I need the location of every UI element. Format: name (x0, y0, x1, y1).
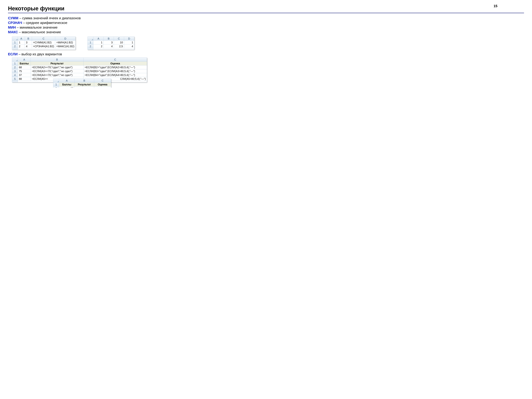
fn-min-desc: – минимальное значение (16, 25, 57, 29)
cell[interactable]: 3 (103, 41, 114, 44)
row-header: 2 (12, 44, 18, 48)
col-header: A (18, 58, 31, 62)
cell[interactable]: Результат (75, 82, 94, 86)
corner-cell (12, 37, 18, 41)
fn-max: МАКС (8, 30, 18, 34)
row-header: 2 (88, 44, 93, 48)
fn-avg-desc: – среднее арифметическое (22, 21, 67, 25)
cell[interactable]: не сдал (75, 86, 94, 88)
cell[interactable]: 68 (59, 86, 75, 88)
fn-if-desc: – выбор из двух вариантов (18, 52, 62, 56)
cell[interactable]: =СРЗНАЧ(A1:B2) (32, 44, 55, 48)
row-header: 1 (53, 82, 59, 86)
cell[interactable]: Баллы (59, 82, 75, 86)
cell[interactable]: 88 (18, 77, 31, 81)
cell[interactable]: =МИН(A1:B2) (55, 41, 76, 44)
row-header: 5 (12, 77, 18, 81)
col-header: C (32, 37, 55, 41)
row-header: 2 (53, 86, 59, 88)
col-header: A (59, 79, 75, 82)
cell[interactable]: =СУММ(A1:B2) (32, 41, 55, 44)
fn-sum-desc: – сумма значений ячеек и диапазонов (18, 16, 81, 20)
row-header (88, 48, 93, 50)
fn-avg: СРЗНАЧ (8, 21, 22, 25)
col-header: C (114, 37, 124, 41)
row-header (12, 48, 18, 50)
title-underline (8, 13, 524, 13)
cell[interactable]: =ЕСЛИ(A2>=70;"сдал";"не сдал") (31, 65, 83, 69)
cell[interactable]: 2 (93, 44, 103, 48)
cell[interactable]: 4 (124, 44, 134, 48)
corner-cell (53, 79, 59, 82)
cell[interactable]: 4 (25, 44, 32, 48)
col-header: D (124, 37, 134, 41)
col-header: B (31, 58, 83, 62)
cell[interactable]: =ЕСЛИ(A4>=70;"сдал";"не сдал") (31, 73, 83, 77)
cell[interactable]: Результат (31, 62, 83, 65)
cell[interactable]: 1 (93, 41, 103, 44)
cell[interactable]: 68 (18, 65, 31, 69)
function-definitions: СУММ – сумма значений ячеек и диапазонов… (8, 16, 524, 34)
cell[interactable]: Оценка (94, 82, 111, 86)
corner-cell (88, 37, 93, 41)
cell[interactable]: 37 (18, 73, 31, 77)
col-header: B (75, 79, 94, 82)
cell[interactable]: — (94, 86, 111, 88)
if-section-heading: ЕСЛИ – выбор из двух вариантов (8, 52, 524, 56)
col-header: C (83, 58, 147, 62)
col-header: B (25, 37, 32, 41)
fn-max-desc: – максимальное значение (18, 30, 61, 34)
fn-min: МИН (8, 25, 16, 29)
row-header: 3 (12, 69, 18, 73)
cell[interactable]: Баллы (18, 62, 31, 65)
row-header: 1 (12, 41, 18, 44)
col-header: A (93, 37, 103, 41)
cell[interactable]: 4 (103, 44, 114, 48)
col-header: C (94, 79, 111, 82)
row-header (12, 81, 18, 82)
cell[interactable]: 2 (18, 44, 25, 48)
cell[interactable]: =ЕСЛИ(A3>=70;"сдал";"не сдал") (31, 69, 83, 73)
cell[interactable]: 75 (18, 69, 31, 73)
fn-if: ЕСЛИ (8, 52, 18, 56)
row-header: 2 (12, 65, 18, 69)
sheet-results-1: A B C D 1 1 3 10 1 2 2 4 2,5 4 (88, 37, 134, 50)
cell[interactable]: 1 (18, 41, 25, 44)
cell[interactable]: 1 (124, 41, 134, 44)
cell[interactable]: =ЕСЛИ(B2="сдал";ЕСЛИ(A2>80;5;4);"—") (83, 65, 147, 69)
cell[interactable]: 10 (114, 41, 124, 44)
col-header: D (55, 37, 76, 41)
col-header: A (18, 37, 25, 41)
cell[interactable]: =ЕСЛИ(B4="сдал";ЕСЛИ(A4>80;5;4);"—") (83, 73, 147, 77)
cell[interactable]: Оценка (83, 62, 147, 65)
page-number: 15 (494, 4, 497, 8)
cell[interactable]: =МАКС(A1:B2) (55, 44, 76, 48)
sheet-if-results: A B C 1 Баллы Результат Оценка 2 68 не с… (53, 79, 111, 88)
row-header: 1 (12, 62, 18, 65)
corner-cell (12, 58, 18, 62)
sheet-formulas-1: A B C D 1 1 3 =СУММ(A1:B2) =МИН(A1:B2) 2… (12, 37, 76, 50)
row-header: 1 (88, 41, 93, 44)
cell[interactable]: 3 (25, 41, 32, 44)
cell[interactable]: 2,5 (114, 44, 124, 48)
fn-sum: СУММ (8, 16, 18, 20)
col-header: B (103, 37, 114, 41)
row-header: 4 (12, 73, 18, 77)
page-title: Некоторые функции (8, 5, 524, 12)
cell[interactable]: =ЕСЛИ(B3="сдал";ЕСЛИ(A3>80;5;4);"—") (83, 69, 147, 73)
